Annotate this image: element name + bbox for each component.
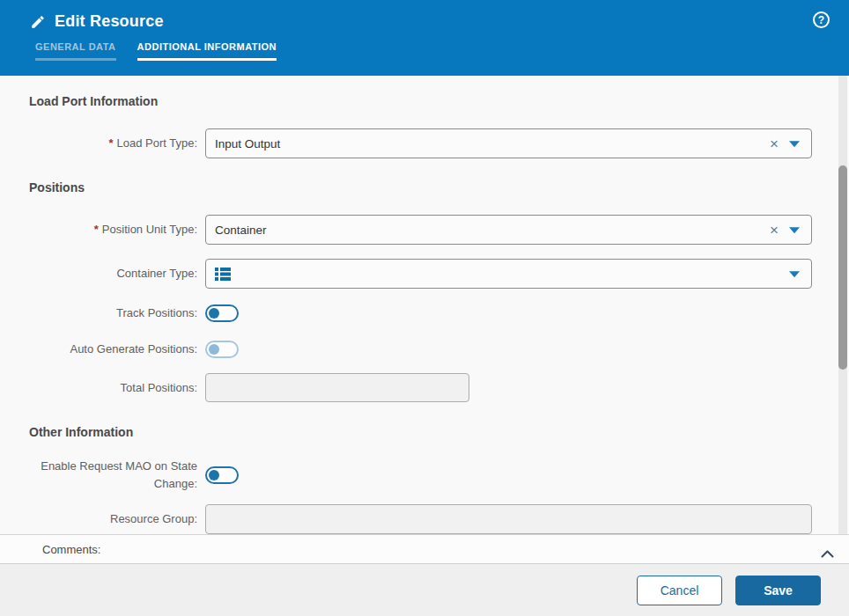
tab-underline: [35, 58, 116, 61]
list-icon: [215, 268, 231, 281]
chevron-down-icon[interactable]: [789, 141, 800, 147]
chevron-down-icon[interactable]: [789, 227, 800, 233]
position-unit-type-select[interactable]: Container ×: [205, 215, 812, 245]
edit-resource-dialog: Edit Resource ? GENERAL DATA ADDITIONAL …: [0, 0, 849, 616]
field-row-resource-group: Resource Group:: [0, 504, 849, 534]
toggle-knob: [209, 344, 219, 355]
load-port-type-label: *Load Port Type:: [0, 135, 197, 152]
scrollbar-thumb[interactable]: [838, 165, 847, 370]
auto-generate-positions-toggle: [205, 341, 239, 358]
position-unit-type-value: Container: [215, 224, 267, 237]
tab-general-data-label: GENERAL DATA: [35, 41, 116, 52]
section-positions: Positions: [29, 180, 849, 195]
auto-generate-positions-label: Auto Generate Positions:: [0, 341, 197, 358]
vertical-scrollbar[interactable]: [838, 76, 847, 534]
tab-general-data[interactable]: GENERAL DATA: [35, 41, 116, 67]
comments-label: Comments:: [42, 543, 100, 556]
chevron-down-icon[interactable]: [789, 271, 800, 277]
track-positions-label: Track Positions:: [0, 304, 197, 322]
tab-bar: GENERAL DATA ADDITIONAL INFORMATION: [0, 41, 849, 67]
save-button[interactable]: Save: [735, 576, 821, 605]
help-icon[interactable]: ?: [813, 11, 830, 28]
section-other-information: Other Information: [29, 425, 849, 440]
field-row-position-unit-type: *Position Unit Type: Container ×: [0, 215, 849, 245]
required-marker: *: [108, 136, 113, 150]
field-row-total-positions: Total Positions:: [0, 373, 849, 402]
field-row-load-port-type: *Load Port Type: Input Output ×: [0, 128, 849, 158]
form-content: Load Port Information *Load Port Type: I…: [0, 76, 849, 534]
enable-request-mao-toggle[interactable]: [205, 466, 239, 484]
comments-panel-header[interactable]: Comments:: [0, 534, 849, 564]
section-load-port-information: Load Port Information: [29, 94, 849, 109]
field-row-auto-generate-positions: Auto Generate Positions:: [0, 341, 849, 358]
field-row-container-type: Container Type:: [0, 259, 849, 289]
toggle-knob: [209, 308, 219, 319]
toggle-knob: [209, 470, 219, 480]
load-port-type-value: Input Output: [215, 137, 280, 150]
tab-underline-active: [137, 58, 277, 61]
container-type-select[interactable]: [205, 259, 812, 289]
container-type-label: Container Type:: [0, 265, 197, 282]
page-title: Edit Resource: [55, 12, 164, 31]
total-positions-input[interactable]: [205, 373, 469, 402]
clear-icon[interactable]: ×: [767, 136, 781, 151]
resource-group-input[interactable]: [205, 504, 812, 534]
chevron-up-icon[interactable]: [821, 546, 834, 554]
load-port-type-select[interactable]: Input Output ×: [205, 128, 812, 158]
position-unit-type-label: *Position Unit Type:: [0, 221, 197, 238]
required-marker: *: [94, 223, 99, 236]
title-row: Edit Resource ?: [0, 0, 849, 31]
tab-additional-information-label: ADDITIONAL INFORMATION: [137, 41, 277, 52]
enable-request-mao-label: Enable Request MAO on State Change:: [0, 458, 197, 493]
total-positions-label: Total Positions:: [0, 379, 197, 397]
track-positions-toggle[interactable]: [205, 304, 239, 322]
help-symbol: ?: [818, 14, 824, 26]
edit-pencil-icon: [30, 14, 46, 30]
field-row-enable-request-mao: Enable Request MAO on State Change:: [0, 458, 849, 493]
dialog-header: Edit Resource ? GENERAL DATA ADDITIONAL …: [0, 0, 849, 76]
dialog-footer: Cancel Save: [0, 564, 849, 616]
clear-icon[interactable]: ×: [767, 223, 781, 238]
field-row-track-positions: Track Positions:: [0, 304, 849, 322]
tab-additional-information[interactable]: ADDITIONAL INFORMATION: [137, 41, 277, 67]
cancel-button[interactable]: Cancel: [637, 576, 722, 605]
resource-group-label: Resource Group:: [0, 510, 197, 528]
